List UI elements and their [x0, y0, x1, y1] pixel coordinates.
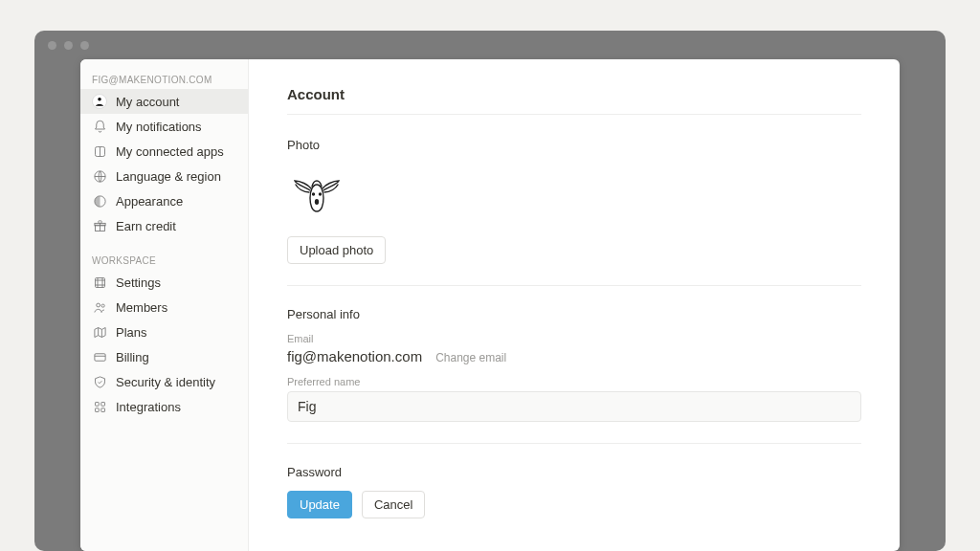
gift-icon [92, 218, 107, 233]
svg-point-8 [101, 304, 104, 307]
sidebar-section-account-label: FIG@MAKENOTION.COM [80, 69, 248, 89]
sidebar-item-label: My notifications [116, 120, 202, 134]
password-heading: Password [287, 465, 861, 479]
app-window: FIG@MAKENOTION.COM My account My notific… [34, 31, 946, 551]
sidebar-item-label: Members [116, 300, 167, 315]
sidebar-item-integrations[interactable]: Integrations [80, 394, 248, 419]
update-button[interactable]: Update [287, 491, 352, 518]
sidebar-item-label: Earn credit [116, 219, 176, 233]
photo-block: Upload photo [287, 164, 861, 264]
traffic-light-close[interactable] [48, 41, 56, 50]
sidebar-item-my-account[interactable]: My account [80, 89, 248, 114]
photo-heading: Photo [287, 138, 861, 152]
sidebar-item-my-notifications[interactable]: My notifications [80, 114, 248, 139]
svg-rect-12 [95, 408, 99, 411]
change-email-link[interactable]: Change email [435, 351, 506, 364]
sidebar: FIG@MAKENOTION.COM My account My notific… [80, 59, 249, 551]
cancel-button[interactable]: Cancel [362, 491, 425, 518]
globe-icon [92, 168, 107, 184]
sidebar-item-label: My account [116, 95, 179, 109]
bell-icon [92, 119, 107, 134]
sidebar-item-label: Language & region [116, 169, 221, 184]
personal-info-heading: Personal info [287, 307, 861, 321]
sidebar-item-members[interactable]: Members [80, 295, 248, 320]
traffic-light-zoom[interactable] [80, 41, 89, 50]
divider [287, 285, 861, 286]
svg-point-0 [98, 98, 101, 101]
sidebar-item-settings[interactable]: Settings [80, 270, 248, 295]
sidebar-section-workspace-label: WORKSPACE [80, 250, 248, 270]
page-title: Account [287, 86, 861, 115]
password-button-row: Update Cancel [287, 491, 861, 518]
email-value: fig@makenotion.com [287, 348, 422, 364]
svg-rect-6 [95, 277, 104, 287]
sidebar-item-label: Security & identity [116, 375, 215, 389]
profile-photo [287, 164, 346, 223]
sidebar-item-label: Settings [116, 276, 161, 290]
billing-icon [92, 349, 107, 364]
sidebar-item-security-identity[interactable]: Security & identity [80, 369, 248, 394]
avatar-icon [92, 94, 107, 109]
svg-point-14 [313, 193, 315, 195]
integrations-icon [92, 399, 107, 414]
content-area: Account Photo [249, 59, 900, 551]
svg-point-7 [96, 303, 100, 307]
svg-rect-11 [100, 402, 104, 406]
titlebar [34, 31, 946, 59]
email-row: fig@makenotion.com Change email [287, 348, 861, 364]
divider [287, 443, 861, 444]
sidebar-item-connected-apps[interactable]: My connected apps [80, 139, 248, 164]
upload-photo-button[interactable]: Upload photo [287, 236, 386, 264]
sidebar-item-plans[interactable]: Plans [80, 320, 248, 344]
email-label: Email [287, 333, 861, 344]
sidebar-item-label: Billing [116, 350, 149, 364]
sidebar-item-label: Plans [116, 325, 147, 340]
plans-icon [92, 324, 107, 340]
sidebar-item-billing[interactable]: Billing [80, 344, 248, 369]
preferred-name-label: Preferred name [287, 376, 861, 387]
settings-panel: FIG@MAKENOTION.COM My account My notific… [80, 59, 900, 551]
sidebar-item-label: Integrations [116, 400, 181, 414]
sidebar-item-label: Appearance [116, 194, 183, 209]
settings-icon [92, 275, 107, 290]
appearance-icon [92, 193, 107, 209]
apps-icon [92, 143, 107, 159]
svg-point-16 [315, 199, 319, 205]
sidebar-item-appearance[interactable]: Appearance [80, 188, 248, 213]
traffic-light-minimize[interactable] [64, 41, 73, 50]
svg-rect-13 [100, 408, 104, 411]
sidebar-item-label: My connected apps [116, 144, 224, 159]
sidebar-item-earn-credit[interactable]: Earn credit [80, 213, 248, 238]
svg-rect-10 [95, 402, 99, 406]
preferred-name-input[interactable] [287, 391, 861, 422]
sidebar-item-language-region[interactable]: Language & region [80, 164, 248, 188]
svg-point-15 [320, 193, 322, 195]
shield-icon [92, 374, 107, 389]
members-icon [92, 299, 107, 315]
svg-rect-9 [94, 353, 104, 361]
